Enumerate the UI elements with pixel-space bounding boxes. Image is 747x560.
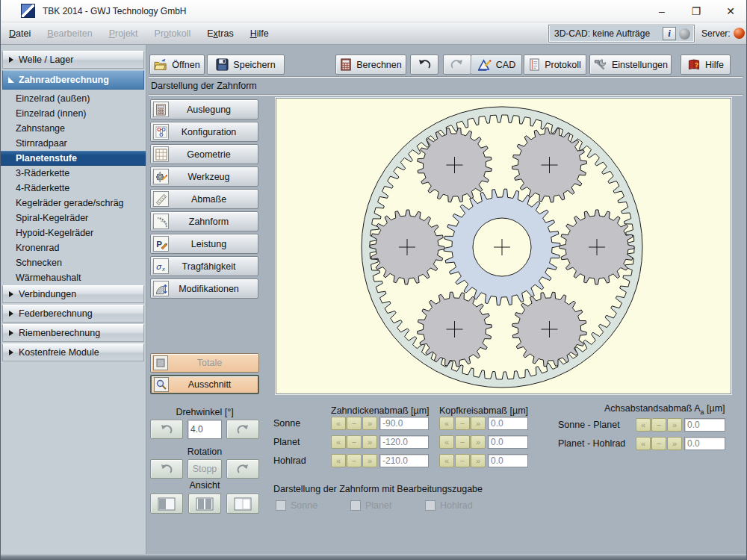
zahndicke-input-planet[interactable]	[379, 435, 429, 449]
sidebar-section-kostenfreie-module[interactable]: Kostenfreie Module	[2, 343, 144, 361]
decrement-button[interactable]: −	[455, 435, 470, 449]
achsabstand-input-planet-hohlrad[interactable]	[684, 437, 725, 450]
sidebar-section-welle-lager[interactable]: Welle / Lager	[2, 51, 144, 69]
nav-leistung-button[interactable]: PLeistung	[150, 234, 258, 254]
checkbox-sonne[interactable]	[276, 500, 286, 511]
increment-fast-button[interactable]: »	[667, 437, 682, 450]
nav-auslegung-button[interactable]: Auslegung	[150, 99, 258, 119]
increment-fast-button[interactable]: »	[471, 454, 486, 467]
rotate-left-button[interactable]	[150, 420, 183, 439]
increment-fast-button[interactable]: »	[362, 454, 377, 467]
close-button[interactable]: ✕	[713, 0, 747, 22]
achsabstand-input-sonne-planet[interactable]	[684, 418, 725, 432]
view-full-button[interactable]	[226, 494, 259, 514]
decrement-button[interactable]: −	[347, 454, 362, 467]
sidebar-item-kegelr-der-gerade-schr-g[interactable]: Kegelräder gerade/schräg	[1, 196, 146, 211]
sidebar-item-einzelrad-au-en-[interactable]: Einzelrad (außen)	[1, 91, 146, 106]
increment-fast-button[interactable]: »	[362, 417, 377, 430]
redo-button[interactable]	[443, 55, 471, 75]
decrement-fast-button[interactable]: «	[439, 435, 454, 449]
decrement-fast-button[interactable]: «	[331, 417, 346, 430]
zahndicke-input-hohlrad[interactable]	[379, 454, 429, 467]
info-button[interactable]: i	[663, 27, 676, 40]
hilfe-button[interactable]: ?Hilfe	[681, 55, 731, 75]
decrement-fast-button[interactable]: «	[439, 417, 454, 430]
nav-konfiguration-button[interactable]: Konfiguration	[150, 122, 258, 142]
decrement-button[interactable]: −	[651, 437, 666, 450]
nav-modifikationen-button[interactable]: Modifikationen	[150, 279, 258, 299]
protokoll-button[interactable]: Protokoll	[524, 55, 586, 75]
increment-fast-button[interactable]: »	[471, 417, 486, 430]
cad-button[interactable]: CAD	[471, 55, 522, 75]
nav-zahnform-button[interactable]: Zahnform	[150, 211, 258, 231]
speichern-button[interactable]: Speichern	[207, 55, 285, 75]
sidebar-item-spiral-kegelr-der[interactable]: Spiral-Kegelräder	[1, 211, 146, 225]
decrement-fast-button[interactable]: «	[636, 437, 651, 450]
increment-fast-button[interactable]: »	[471, 435, 486, 449]
sidebar-section-zahnradberechnung[interactable]: Zahnradberechnung	[2, 70, 144, 90]
decrement-fast-button[interactable]: «	[439, 454, 454, 467]
kopfkreis-input-planet[interactable]	[488, 435, 528, 449]
sidebar-item-w-rmehaushalt[interactable]: Wärmehaushalt	[1, 270, 146, 285]
drehwinkel-input[interactable]	[187, 420, 222, 439]
checkbox-hohlrad[interactable]	[425, 500, 436, 511]
decrement-button[interactable]: −	[455, 454, 470, 467]
-ffnen-button[interactable]: Öffnen	[149, 55, 205, 75]
menu-bar: DateiBearbeitenProjektProtokollExtrasHil…	[1, 22, 747, 45]
sidebar-item-einzelrad-innen-[interactable]: Einzelrad (innen)	[1, 106, 146, 121]
menu-item-protokoll[interactable]: Protokoll	[146, 22, 199, 45]
kopfkreis-input-sonne[interactable]	[488, 417, 528, 430]
maximize-button[interactable]: ❐	[679, 0, 713, 22]
nav-tragfaehigkeit-button[interactable]: σxTragfähigkeit	[150, 256, 258, 276]
sidebar-item-stirnradpaar[interactable]: Stirnradpaar	[1, 136, 146, 151]
decrement-button[interactable]: −	[347, 435, 362, 449]
increment-fast-button[interactable]: »	[362, 435, 377, 449]
zahndicke-input-sonne[interactable]	[379, 417, 429, 430]
menu-item-extras[interactable]: Extras	[199, 22, 241, 45]
decrement-fast-button[interactable]: «	[331, 454, 346, 467]
sidebar-item-hypoid-kegelr-der[interactable]: Hypoid-Kegelräder	[1, 225, 146, 240]
sidebar-section-riemenberechnung[interactable]: Riemenberechnung	[2, 324, 144, 342]
rotation-cw-button[interactable]	[226, 459, 259, 479]
sidebar-section-label: Kostenfreie Module	[19, 347, 99, 358]
server-status-indicator	[734, 28, 745, 39]
sidebar-item-4-r-derkette[interactable]: 4-Räderkette	[1, 181, 146, 196]
ausschnitt-button[interactable]: Ausschnitt	[150, 375, 259, 394]
window-title: TBK 2014 - GWJ Technology GmbH	[43, 6, 187, 16]
nav-geometrie-button[interactable]: Geometrie	[150, 144, 258, 164]
sidebar-section-verbindungen[interactable]: Verbindungen	[2, 285, 144, 303]
nav-werkzeug-button[interactable]: Werkzeug	[150, 167, 258, 187]
decrement-button[interactable]: −	[347, 417, 362, 430]
nav-abmasse-button[interactable]: Abmaße	[150, 189, 258, 209]
decrement-button[interactable]: −	[455, 417, 470, 430]
sidebar-item-kronenrad[interactable]: Kronenrad	[1, 240, 146, 255]
sidebar-item-planetenstufe[interactable]: Planetenstufe	[1, 151, 146, 166]
decrement-button[interactable]: −	[651, 418, 666, 432]
berechnen-button[interactable]: Berechnen	[335, 55, 406, 75]
stopp-button[interactable]: Stopp	[187, 459, 222, 479]
totale-button[interactable]: Totale	[150, 353, 259, 373]
checkbox-planet[interactable]	[350, 500, 361, 511]
sidebar-item-3-r-derkette[interactable]: 3-Räderkette	[1, 166, 146, 181]
view-split-both-button[interactable]	[188, 494, 221, 514]
view-split-left-button[interactable]	[150, 494, 183, 514]
rotation-ccw-button[interactable]	[150, 459, 183, 479]
increment-fast-button[interactable]: »	[667, 418, 682, 432]
menu-item-datei[interactable]: Datei	[1, 22, 39, 45]
decrement-fast-button[interactable]: «	[331, 435, 346, 449]
einstellungen-button[interactable]: Einstellungen	[589, 55, 672, 75]
modifikationen-icon	[153, 281, 169, 296]
kopfkreis-input-hohlrad[interactable]	[488, 454, 528, 467]
menu-item-projekt[interactable]: Projekt	[101, 22, 146, 45]
menu-item-hilfe[interactable]: Hilfe	[242, 22, 277, 45]
undo-button[interactable]	[410, 55, 438, 75]
minimize-button[interactable]: –	[645, 0, 679, 22]
decrement-fast-button[interactable]: «	[636, 418, 651, 432]
gear-drawing-canvas[interactable]	[276, 98, 731, 394]
menu-item-bearbeiten[interactable]: Bearbeiten	[39, 22, 100, 45]
rotate-right-button[interactable]	[226, 420, 259, 439]
sidebar-item-schnecken[interactable]: Schnecken	[1, 255, 146, 270]
sidebar-item-zahnstange[interactable]: Zahnstange	[1, 121, 146, 136]
sidebar-section-federberechnung[interactable]: Federberechnung	[2, 305, 144, 323]
svg-text:P: P	[156, 239, 162, 248]
